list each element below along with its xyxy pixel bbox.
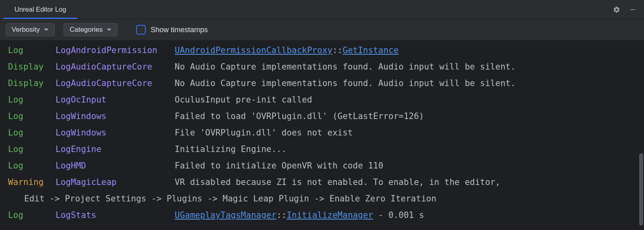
log-row: LogLogStatsUGameplayTagsManager::Initial… [8, 207, 644, 224]
log-category: LogWindows [56, 108, 175, 125]
log-message: VR disabled because ZI is not enabled. T… [175, 174, 644, 191]
toolbar: Verbosity Categories Show timestamps [0, 19, 644, 41]
scope-separator: :: [332, 45, 343, 55]
verbosity-dropdown[interactable]: Verbosity [6, 23, 55, 36]
log-row: LogLogEngineInitializing Engine... [8, 141, 644, 158]
log-output[interactable]: LogLogAndroidPermissionUAndroidPermissio… [0, 41, 644, 230]
log-level: Log [8, 108, 56, 125]
log-row-continuation: Edit -> Project Settings -> Plugins -> M… [8, 191, 644, 207]
log-category: LogAudioCaptureCore [56, 59, 175, 75]
minimize-icon[interactable] [628, 5, 638, 14]
symbol-link[interactable]: UAndroidPermissionCallbackProxy [175, 45, 332, 55]
log-category: LogHMD [56, 158, 175, 174]
log-row: LogLogWindowsFailed to load 'OVRPlugin.d… [8, 108, 644, 125]
log-category: LogOcInput [56, 92, 175, 108]
log-message: UAndroidPermissionCallbackProxy::GetInst… [175, 42, 644, 59]
log-level: Log [8, 42, 56, 59]
log-level: Log [8, 92, 56, 108]
log-row: LogLogHMDFailed to initialize OpenVR wit… [8, 158, 644, 174]
log-category: LogAudioCaptureCore [56, 75, 175, 92]
gear-icon[interactable] [612, 5, 621, 14]
verbosity-label: Verbosity [12, 26, 40, 34]
checkbox-box [136, 25, 146, 35]
symbol-link[interactable]: GetInstance [343, 45, 398, 55]
log-row: LogLogOcInputOculusInput pre-init called [8, 92, 644, 108]
categories-dropdown[interactable]: Categories [64, 23, 118, 36]
log-message: No Audio Capture implementations found. … [175, 75, 644, 92]
log-message: Failed to initialize OpenVR with code 11… [175, 158, 644, 174]
log-message: OculusInput pre-init called [175, 92, 644, 108]
log-message: File 'OVRPlugin.dll' does not exist [175, 125, 644, 141]
log-message: Failed to load 'OVRPlugin.dll' (GetLastE… [175, 108, 644, 125]
chevron-down-icon [107, 29, 111, 31]
log-message: UGameplayTagsManager::InitializeManager … [175, 207, 644, 224]
log-level: Log [8, 141, 56, 158]
tab-label: Unreal Editor Log [14, 6, 66, 13]
log-row: LogLogWindowsFile 'OVRPlugin.dll' does n… [8, 125, 644, 141]
log-level: Log [8, 125, 56, 141]
log-message: No Audio Capture implementations found. … [175, 59, 644, 75]
log-message: Initializing Engine... [175, 141, 644, 158]
log-level: Log [8, 207, 56, 224]
symbol-link[interactable]: UGameplayTagsManager [175, 210, 277, 220]
log-panel: Unreal Editor Log Verbosity Categories S… [0, 0, 644, 230]
log-category: LogStats [56, 207, 175, 224]
categories-label: Categories [70, 26, 103, 34]
log-level: Log [8, 158, 56, 174]
chevron-down-icon [44, 29, 49, 31]
log-tail: - 0.001 s [373, 210, 424, 220]
log-row: DisplayLogAudioCaptureCoreNo Audio Captu… [8, 59, 644, 75]
log-level: Display [8, 59, 56, 75]
show-timestamps-toggle[interactable]: Show timestamps [136, 25, 208, 35]
log-row: DisplayLogAudioCaptureCoreNo Audio Captu… [8, 75, 644, 92]
log-category: LogWindows [56, 125, 175, 141]
log-level: Display [8, 75, 56, 92]
log-row: LogLogAndroidPermissionUAndroidPermissio… [8, 42, 644, 59]
svg-rect-0 [630, 9, 635, 10]
log-level: Warning [8, 174, 56, 191]
scope-separator: :: [277, 210, 287, 220]
scrollbar-thumb[interactable] [639, 153, 643, 226]
log-row: WarningLogMagicLeapVR disabled because Z… [8, 174, 644, 191]
tab-bar: Unreal Editor Log [0, 0, 644, 19]
log-category: LogAndroidPermission [56, 42, 175, 59]
show-timestamps-label: Show timestamps [151, 26, 208, 34]
log-category: LogMagicLeap [56, 174, 175, 191]
tab-unreal-log[interactable]: Unreal Editor Log [3, 0, 77, 19]
log-category: LogEngine [56, 141, 175, 158]
symbol-link[interactable]: InitializeManager [287, 210, 373, 220]
